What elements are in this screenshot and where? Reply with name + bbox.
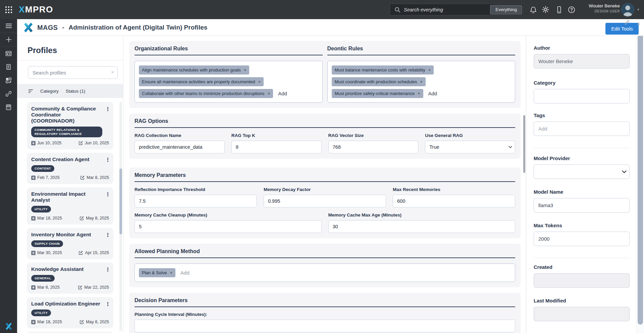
remove-chip-icon[interactable]: × (420, 79, 423, 84)
created-date: Mar 6, 2025 (31, 285, 60, 290)
menu-icon[interactable] (0, 19, 17, 33)
remove-chip-icon[interactable]: × (170, 270, 172, 275)
modules-icon[interactable] (0, 74, 17, 87)
clear-search-icon[interactable]: × (111, 69, 114, 75)
created-input[interactable] (534, 273, 630, 288)
category-badge: UTILITY (31, 310, 51, 316)
category-input[interactable] (534, 89, 630, 103)
profile-details-panel: Author Category Tags Model Provider Mode… (526, 36, 636, 333)
window-icon[interactable] (0, 47, 17, 60)
profiles-scrollbar-thumb[interactable] (119, 169, 122, 234)
modified-date: Jun 10, 2025 (78, 141, 109, 145)
rag-collection-name-input[interactable] (135, 141, 225, 153)
document-icon[interactable] (0, 60, 17, 74)
pencil-icon[interactable] (624, 19, 630, 25)
profiles-search-input[interactable] (28, 70, 117, 76)
profile-dates: Jun 10, 2025 Jun 10, 2025 (31, 141, 109, 145)
memory-decay-factor-input[interactable] (264, 195, 386, 207)
deontic-rules: Deontic Rules Must balance maintenance c… (327, 46, 516, 103)
kebab-menu-icon[interactable]: ⋮ (105, 301, 111, 307)
max-tokens-field: Max Tokens (534, 223, 630, 246)
profile-dates: Feb 7, 2025 Mar 8, 2025 (31, 175, 109, 180)
add-rule-button[interactable]: Add (278, 91, 287, 96)
help-icon[interactable] (568, 5, 576, 14)
reflection-importance-threshold-input[interactable] (135, 195, 257, 207)
model-provider-select[interactable] (534, 164, 630, 179)
close-icon[interactable]: × (637, 21, 640, 27)
rag-vector-size-input[interactable] (328, 141, 419, 153)
mobile-icon[interactable] (555, 5, 564, 14)
list-item[interactable]: Community & Compliance Coordinator (COOR… (27, 102, 113, 149)
kebab-menu-icon[interactable]: ⋮ (105, 106, 111, 112)
memory-cache-max-age-input[interactable] (328, 220, 516, 233)
edit-tools-button[interactable]: Edit Tools (605, 23, 639, 35)
page-title: Administration of Agent (Digital Twin) P… (69, 24, 208, 31)
tags-input[interactable] (534, 122, 630, 136)
profile-dates: Mar 18, 2025 May 8, 2025 (31, 320, 109, 324)
top-navigation-bar: XMPRO Everything (0, 0, 644, 19)
memory-cache-cleanup-input[interactable] (135, 220, 322, 233)
avatar[interactable] (621, 3, 635, 16)
category-badge: UTILITY (31, 206, 51, 212)
content-scrollbar-thumb[interactable] (523, 115, 525, 173)
use-general-rag-select[interactable]: True (425, 141, 515, 153)
kebab-menu-icon[interactable]: ⋮ (105, 232, 111, 238)
field-label: RAG Vector Size (328, 133, 419, 138)
add-rule-button[interactable]: Add (428, 91, 437, 96)
remove-chip-icon[interactable]: × (244, 67, 247, 73)
model-name-input[interactable] (534, 198, 630, 212)
rag-top-k-input[interactable] (231, 141, 322, 153)
bell-icon[interactable] (529, 5, 538, 14)
filter-status[interactable]: Status (1) (66, 89, 86, 94)
chevron-down-icon[interactable]: ▾ (637, 7, 639, 12)
filter-category[interactable]: Category (40, 89, 59, 94)
planning-cycle-interval-input[interactable] (135, 320, 515, 332)
planning-method-chip: Plan & Solve× (139, 268, 175, 277)
profile-name: Community & Compliance Coordinator (COOR… (31, 106, 109, 124)
remove-chip-icon[interactable]: × (428, 67, 431, 73)
model-provider-field: Model Provider (534, 155, 630, 179)
xmpro-logo[interactable]: XMPRO (19, 4, 53, 15)
list-item-partial[interactable] (27, 332, 113, 333)
field-label: Use General RAG (425, 133, 515, 138)
max-recent-memories-input[interactable] (393, 195, 515, 207)
page-scrollbar-thumb[interactable] (638, 20, 643, 325)
search-scope-button[interactable]: Everything (490, 5, 522, 14)
plus-square-icon (31, 141, 36, 145)
max-tokens-input[interactable] (534, 232, 630, 246)
user-menu[interactable]: Wouter Beneke DESIGN USER (589, 3, 620, 13)
app-sidebar (0, 19, 17, 333)
organizational-rules-tagbox: Align maintenance schedules with product… (135, 61, 323, 103)
list-item[interactable]: Load Optimization Engineer ⋮ UTILITY Mar… (27, 297, 113, 328)
link-icon[interactable] (0, 87, 17, 100)
global-search-input[interactable] (401, 7, 490, 12)
kebab-menu-icon[interactable]: ⋮ (105, 191, 111, 197)
profile-name: Load Optimization Engineer (31, 301, 109, 307)
calculator-icon[interactable] (0, 100, 17, 114)
memory-parameters-section: Memory Parameters Reflection Importance … (129, 168, 521, 238)
created-field: Created (534, 264, 630, 288)
rule-chip: Align maintenance schedules with product… (139, 65, 249, 75)
kebab-menu-icon[interactable]: ⋮ (105, 267, 111, 273)
rag-options-section: RAG Options RAG Collection Name RAG Top … (129, 113, 521, 159)
remove-chip-icon[interactable]: × (418, 91, 420, 96)
plus-icon[interactable] (0, 33, 17, 46)
remove-chip-icon[interactable]: × (258, 79, 261, 84)
list-item[interactable]: Inventory Monitor Agent ⋮ SUPPLY CHAIN M… (27, 228, 113, 259)
plus-square-icon (31, 216, 36, 221)
last-modified-input[interactable] (534, 307, 630, 321)
profile-dates: Mar 6, 2025 Mar 22, 2025 (31, 285, 109, 290)
list-item[interactable]: Knowledge Assistant ⋮ GENERAL Mar 6, 202… (27, 263, 113, 294)
gear-icon[interactable] (541, 5, 550, 14)
list-item[interactable]: Content Creation Agent ⋮ CONTENT Feb 7, … (27, 153, 113, 184)
rag-collection-name-field: RAG Collection Name (135, 133, 225, 153)
list-item[interactable]: Environmental Impact Analyst ⋮ UTILITY M… (27, 187, 113, 225)
category-badge: COMMUNITY RELATIONS & REGULATORY COMPLIA… (31, 127, 102, 137)
apps-grid-icon[interactable] (5, 6, 13, 14)
remove-chip-icon[interactable]: × (268, 91, 270, 96)
xmpro-x-logo[interactable] (5, 323, 12, 330)
author-input[interactable] (534, 54, 630, 68)
add-planning-method-button[interactable]: Add (180, 270, 190, 276)
divider (534, 258, 630, 258)
kebab-menu-icon[interactable]: ⋮ (105, 157, 111, 163)
